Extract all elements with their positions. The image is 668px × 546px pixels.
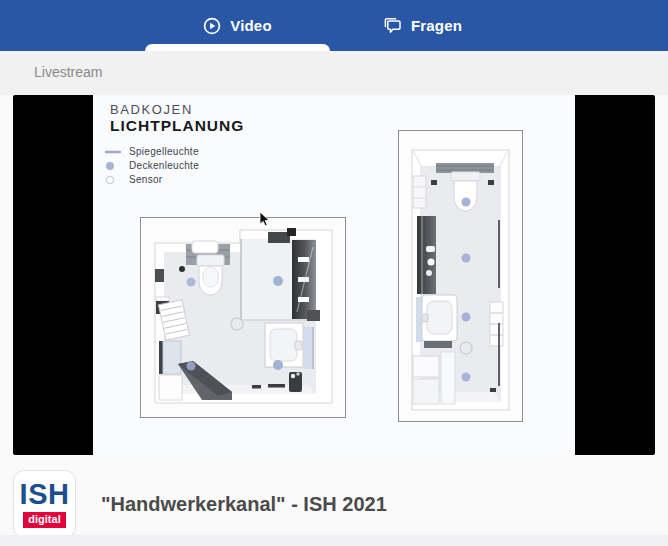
sensor-marker-icon xyxy=(104,175,122,185)
logo-text: ISH xyxy=(20,480,70,509)
tab-video-label: Video xyxy=(230,17,272,34)
legend-label: Deckenleuchte xyxy=(129,160,199,171)
ish-digital-logo: ISH digital xyxy=(13,470,76,538)
video-title: "Handwerkerkanal" - ISH 2021 xyxy=(101,493,387,516)
legend-label: Spiegelleuchte xyxy=(129,146,199,157)
section-strip: Livestream xyxy=(0,51,668,95)
floorplan-square-bathroom xyxy=(140,217,346,418)
ceiling-light-marker-icon xyxy=(104,161,122,171)
slide-legend: Spiegelleuchte Deckenleuchte Sensor xyxy=(104,146,199,185)
legend-label: Sensor xyxy=(129,174,163,185)
legend-item-spiegelleuchte: Spiegelleuchte xyxy=(104,146,199,157)
presentation-slide: BADKOJEN LICHTPLANUNG Spiegelleuchte Dec… xyxy=(93,95,575,455)
livestream-label: Livestream xyxy=(34,64,102,80)
video-player[interactable]: BADKOJEN LICHTPLANUNG Spiegelleuchte Dec… xyxy=(13,95,655,455)
active-tab-indicator xyxy=(145,44,330,51)
event-app-window: Video Fragen Livestream BADKOJEN LICHTPL… xyxy=(0,0,668,546)
slide-title-line1: BADKOJEN xyxy=(110,102,193,117)
tab-fragen-label: Fragen xyxy=(411,17,462,34)
tab-bar: Video Fragen xyxy=(0,0,668,51)
chat-bubbles-icon xyxy=(383,17,402,34)
video-info-row: ISH digital "Handwerkerkanal" - ISH 2021 xyxy=(13,470,655,538)
bottom-divider xyxy=(0,535,668,546)
logo-badge: digital xyxy=(23,512,65,528)
legend-item-sensor: Sensor xyxy=(104,174,199,185)
tab-fragen[interactable]: Fragen xyxy=(330,0,515,51)
mouse-cursor-icon xyxy=(259,212,271,228)
legend-item-deckenleuchte: Deckenleuchte xyxy=(104,160,199,171)
play-circle-icon xyxy=(203,17,221,35)
floorplan-narrow-bathroom xyxy=(398,130,523,422)
mirror-light-marker-icon xyxy=(104,147,122,157)
slide-title-line2: LICHTPLANUNG xyxy=(110,117,244,135)
